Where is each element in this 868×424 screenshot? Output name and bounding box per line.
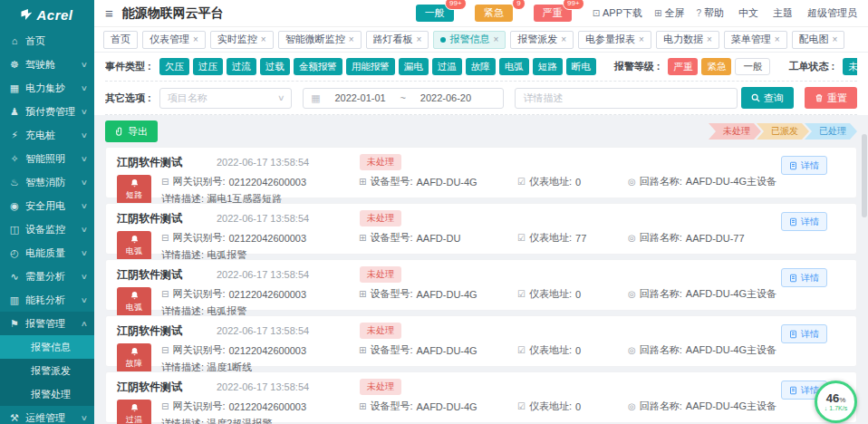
event-type-tag[interactable]: 过温 xyxy=(432,58,462,75)
event-type-tag[interactable]: 过压 xyxy=(193,58,223,75)
tab-close-icon[interactable]: × xyxy=(349,35,354,44)
sidebar-item-icon: ◴ xyxy=(9,247,20,259)
tab-close-icon[interactable]: × xyxy=(193,35,198,44)
sidebar-item[interactable]: ⚑ 报警管理 ∧ xyxy=(0,312,94,335)
scrollbar[interactable] xyxy=(862,134,867,424)
detail-button[interactable]: 详情 xyxy=(781,268,827,287)
alarm-info: ⊟ 网关识别号: 02122042600003 ⊞ 设备型号: AAFD-DU xyxy=(161,231,845,262)
sidebar-item[interactable]: ∿ 需量分析 ∨ xyxy=(0,265,94,288)
sidebar-item[interactable]: ⌂ 首页 xyxy=(0,29,94,53)
project-select[interactable]: 项目名称 ∨ xyxy=(159,88,292,109)
topbar-link[interactable]: ⊞ 全屏 xyxy=(654,6,684,20)
sidebar-item[interactable]: ◫ 设备监控 ∨ xyxy=(0,217,94,241)
search-button[interactable]: 查询 xyxy=(741,87,794,109)
alarm-level-tag[interactable]: 一般 xyxy=(735,58,770,75)
tab-close-icon[interactable]: × xyxy=(417,35,422,44)
tab[interactable]: 菜单管理 × xyxy=(724,31,787,49)
sidebar-item[interactable]: ☸ 驾驶舱 ∨ xyxy=(0,53,94,76)
sidebar-item[interactable]: ▦ 电力集抄 ∨ xyxy=(0,76,94,100)
alarm-level-badge[interactable]: 紧急 9 xyxy=(475,5,513,22)
status-legend: 未处理 已派发 已处理 xyxy=(713,123,857,140)
sidebar-item[interactable]: ♨ 智慧消防 ∨ xyxy=(0,170,94,194)
sidebar-item[interactable]: ♟ 预付费管理 ∨ xyxy=(0,100,94,123)
export-button-label: 导出 xyxy=(128,125,148,139)
event-type-tag[interactable]: 断电 xyxy=(566,58,596,75)
event-type-tag[interactable]: 漏电 xyxy=(399,58,429,75)
sidebar-item[interactable]: ◴ 电能质量 ∨ xyxy=(0,241,94,265)
document-icon xyxy=(789,217,797,226)
tab[interactable]: 电力数据 × xyxy=(656,31,719,49)
tab[interactable]: 智能微断监控 × xyxy=(278,31,362,49)
alarm-level-tag[interactable]: 严重 xyxy=(668,58,698,75)
date-range-picker[interactable]: ▦ 2022-01-01 ~ 2022-06-20 xyxy=(303,88,504,109)
alarm-level-badge[interactable]: 一般 99+ xyxy=(416,5,454,22)
tab[interactable]: 首页 × xyxy=(103,31,138,49)
topbar-link[interactable]: 超级管理员 xyxy=(805,6,857,20)
speed-indicator-widget[interactable]: 46% ↓ 1.7K/s xyxy=(815,381,857,423)
sidebar-item-icon: ⌂ xyxy=(9,35,20,46)
sidebar-item[interactable]: ◉ 安全用电 ∨ xyxy=(0,194,94,217)
topbar-link[interactable]: ? 帮助 xyxy=(696,6,724,20)
sidebar-item-icon: ⚒ xyxy=(9,412,20,424)
topbar: ≡ 能源物联网云平台 一般 99+ 紧急 9 严重 99+ xyxy=(94,0,868,27)
sidebar-item[interactable]: ▥ 能耗分析 ∨ xyxy=(0,288,94,312)
event-type-tag[interactable]: 金额报警 xyxy=(294,58,342,75)
event-type-tag[interactable]: 过载 xyxy=(260,58,290,75)
sidebar-item[interactable]: 报警信息 xyxy=(0,335,94,359)
sidebar-item-label: 电能质量 xyxy=(25,246,65,260)
sidebar-item[interactable]: 报警处理 xyxy=(0,382,94,406)
tab-close-icon[interactable]: × xyxy=(639,35,644,44)
tab[interactable]: 报警信息 × xyxy=(433,31,506,49)
chevron-icon: ∨ xyxy=(81,249,88,257)
work-status-tag[interactable]: 未处理 xyxy=(843,58,857,75)
tab[interactable]: 配电图 × xyxy=(792,31,845,49)
topbar-link[interactable]: 主题 xyxy=(770,6,793,20)
alarm-card-header: 江阴软件测试 2022-06-17 13:58:54 未处理 xyxy=(117,323,845,339)
tab-close-icon[interactable]: × xyxy=(561,35,566,44)
event-type-tag[interactable]: 故障 xyxy=(466,58,496,75)
alarm-level-badge[interactable]: 严重 99+ xyxy=(534,5,572,22)
event-type-tag[interactable]: 过流 xyxy=(227,58,256,75)
sidebar-item[interactable]: ✧ 智能照明 ∨ xyxy=(0,147,94,170)
detail-button[interactable]: 详情 xyxy=(781,212,827,231)
tab[interactable]: 路灯看板 × xyxy=(366,31,429,49)
sidebar-item[interactable]: ⚡ 充电桩 ∨ xyxy=(0,123,94,147)
hamburger-icon[interactable]: ≡ xyxy=(105,6,113,20)
status-badge: 未处理 xyxy=(360,210,401,226)
status-legend-item[interactable]: 已派发 xyxy=(757,123,809,140)
paperclip-icon xyxy=(115,127,124,137)
tab[interactable]: 仪表管理 × xyxy=(142,31,206,49)
alarm-level-tag[interactable]: 紧急 xyxy=(701,58,731,75)
date-start-value[interactable]: 2022-01-01 xyxy=(328,92,393,103)
status-legend-item[interactable]: 已处理 xyxy=(805,123,857,140)
tab-close-icon[interactable]: × xyxy=(261,35,266,44)
status-legend-item[interactable]: 未处理 xyxy=(709,123,761,140)
tab[interactable]: 电参量报表 × xyxy=(578,31,651,49)
sidebar-item[interactable]: 报警派发 xyxy=(0,359,94,382)
export-button[interactable]: 导出 xyxy=(105,120,158,142)
tab-close-icon[interactable]: × xyxy=(493,35,498,44)
sidebar-item-label: 预付费管理 xyxy=(25,105,75,119)
topbar-link[interactable]: ⊡ APP下载 xyxy=(593,6,642,20)
tab[interactable]: 实时监控 × xyxy=(210,31,274,49)
date-end-value[interactable]: 2022-06-20 xyxy=(413,92,478,103)
detail-description-input[interactable] xyxy=(515,88,738,109)
meter-address-value: 0 xyxy=(575,289,581,300)
tab[interactable]: 报警派发 × xyxy=(510,31,574,49)
document-icon xyxy=(789,161,797,170)
event-type-tag[interactable]: 短路 xyxy=(533,58,563,75)
reset-button[interactable]: 重置 xyxy=(805,87,857,109)
tab-close-icon[interactable]: × xyxy=(833,35,838,44)
event-type-tag[interactable]: 欠压 xyxy=(159,58,189,75)
tab-close-icon[interactable]: × xyxy=(707,35,712,44)
scrollbar-thumb[interactable] xyxy=(862,134,867,217)
meter-address-label: 仪表地址: xyxy=(529,343,572,357)
tab-label: 电力数据 xyxy=(663,33,703,46)
event-type-tag[interactable]: 用能报警 xyxy=(346,58,395,75)
sidebar-item[interactable]: ⚒ 运维管理 ∨ xyxy=(0,406,94,424)
detail-button[interactable]: 详情 xyxy=(781,324,827,343)
tab-close-icon[interactable]: × xyxy=(775,35,780,44)
detail-button[interactable]: 详情 xyxy=(781,156,827,175)
event-type-tag[interactable]: 电弧 xyxy=(499,58,529,75)
topbar-link[interactable]: 中文 xyxy=(736,6,758,20)
